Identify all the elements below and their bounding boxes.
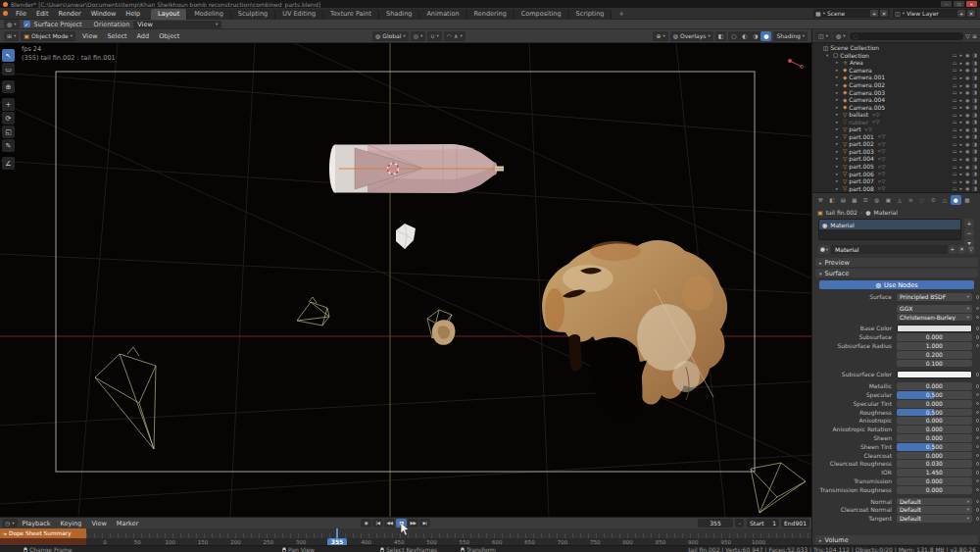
view-layer-selector[interactable]: ◫▾ View Layer + ✕ [893,9,977,18]
restrict-viewport-icon[interactable]: ▭ [953,104,957,110]
close-icon[interactable]: ✕ [966,1,977,7]
disclosure-icon[interactable]: ▸ [836,156,841,161]
render-visibility-icon[interactable]: ◨ [972,60,977,66]
number-field[interactable]: 0.000 [897,417,972,425]
wireframe-shading-icon[interactable]: ○ [728,31,739,41]
keyframe-dot[interactable] [976,462,980,466]
disclosure-icon[interactable]: ▸ [836,149,841,154]
disclosure-icon[interactable]: ▸ [836,75,841,79]
keyframe-dot[interactable] [976,335,980,339]
hide-eye-icon[interactable]: ◉ [965,126,969,132]
breadcrumb-material[interactable]: Material [874,209,898,216]
menu-file[interactable]: File [11,10,31,18]
hide-eye-icon[interactable]: ◉ [965,67,969,73]
snap-toggle[interactable]: ∪▾ [427,31,442,41]
selectable-icon[interactable]: ▸ [959,185,962,191]
tool-annotate-button[interactable]: ✎ [2,139,15,152]
disclosure-icon[interactable]: ▸ [836,60,841,65]
tool-rotate-button[interactable]: ⟳ [2,112,15,125]
hide-eye-icon[interactable]: ◉ [965,133,969,139]
menu-help[interactable]: Help [121,10,145,18]
outliner-row-camera-003[interactable]: ▸◆Camera.003▭▸◉◨ [812,88,980,96]
outliner-display-mode-icon[interactable]: ◍▾ [833,31,849,40]
number-field[interactable]: 0.000 [897,452,972,460]
outliner-row-part[interactable]: ▸▽part▿▽▭▸◉◨ [812,125,980,133]
vector-field[interactable]: 0.200 [897,351,972,359]
remove-slot-button[interactable]: − [964,228,974,237]
record-button[interactable]: ◉ [361,519,371,527]
active-tool-icon[interactable]: ◍▾ [4,20,20,29]
render-visibility-icon[interactable]: ◨ [972,119,977,125]
hide-eye-icon[interactable]: ◉ [965,75,969,80]
outliner-row-area[interactable]: ▸☼Area▭▸◉◨ [812,59,980,67]
color-swatch[interactable] [897,371,972,378]
disclosure-icon[interactable]: ▸ [836,186,841,191]
workspace-tab-modeling[interactable]: Modeling [187,9,231,20]
dropdown-field[interactable]: Default▾ [897,515,972,523]
keyframe-dot[interactable] [976,479,980,483]
editor-type-icon[interactable]: ⊞▾ [4,31,19,41]
render-visibility-icon[interactable]: ◨ [972,171,977,176]
disclosure-icon[interactable]: ▸ [836,134,841,139]
workspace-tab-texture-paint[interactable]: Texture Paint [323,9,379,20]
disclosure-icon[interactable]: ▾ [826,53,831,58]
outliner-row-camera-001[interactable]: ▸◆Camera.001▭▸◉◨ [812,74,980,81]
workspace-tab-compositing[interactable]: Compositing [514,9,569,20]
tool-tweak-button[interactable]: ↖ [2,49,15,62]
hide-eye-icon[interactable]: ◉ [965,60,969,66]
outliner-row-part-007[interactable]: ▸▽part.007▿▽▭▸◉◨ [812,177,980,185]
timeline-menu-playback[interactable]: Playback [18,520,56,527]
keyframe-dot[interactable] [976,427,980,431]
end-frame-field[interactable]: End 901 [781,519,809,527]
outliner-row-part-004[interactable]: ▸▽part.004▿▽▭▸◉◨ [812,155,980,163]
workspace-tab-animation[interactable]: Animation [419,9,466,20]
blender-logo-icon[interactable] [3,11,8,16]
outliner-row-part-003[interactable]: ▸▽part.003▿▽▭▸◉◨ [812,148,980,156]
keyframe-dot[interactable] [976,411,980,415]
hide-eye-icon[interactable]: ◉ [965,164,969,170]
render-visibility-icon[interactable]: ◨ [972,126,977,132]
disclosure-icon[interactable]: ▸ [836,68,841,73]
restrict-viewport-icon[interactable]: ▭ [953,89,957,95]
selectable-icon[interactable]: ▸ [959,148,962,154]
menu-window[interactable]: Window [86,10,122,18]
number-field[interactable]: 0.000 [897,382,972,390]
camera-wireframe-4[interactable] [751,463,806,513]
restrict-viewport-icon[interactable]: ▭ [953,75,957,80]
workspace-tab-scripting[interactable]: Scripting [569,9,612,20]
panel-surface[interactable]: ▾Surface [815,269,978,277]
camera-wireframe-2[interactable] [95,347,156,449]
properties-tab-physics[interactable]: ◌ [917,195,928,205]
keyframe-dot[interactable] [976,326,980,330]
nav-gizmo[interactable] [788,59,804,69]
start-frame-field[interactable]: Start 1 [747,519,779,527]
restrict-viewport-icon[interactable]: ▭ [953,148,957,154]
outliner-row-part-001[interactable]: ▸▽part.001▿▽▭▸◉◨ [812,133,980,141]
disclosure-icon[interactable]: ▸ [836,126,841,131]
outliner-row-rubber[interactable]: ▸▽rubber▿▽▭▸◉◨ [812,118,980,125]
viewport-menu-view[interactable]: View [77,32,102,40]
filter-icon[interactable]: ▽ [965,32,970,39]
restrict-viewport-icon[interactable]: ▭ [953,119,957,125]
hide-eye-icon[interactable]: ◉ [965,89,969,95]
dropdown-field[interactable]: Default▾ [897,506,972,514]
outliner-editor-type-icon[interactable]: ◫▾ [815,31,831,40]
outliner-row-camera[interactable]: ▸◆Camera▭▸◉◨ [812,67,980,75]
selectable-icon[interactable]: ▸ [959,75,962,80]
selectable-icon[interactable]: ▸ [959,104,962,110]
gizmo-dropdown[interactable]: ⊕▾ [653,31,667,41]
workspace-tab-shading[interactable]: Shading [379,9,419,20]
keyframe-dot[interactable] [976,295,980,299]
number-field[interactable]: 0.000 [897,426,972,433]
render-visibility-icon[interactable]: ◨ [972,82,977,88]
hide-eye-icon[interactable]: ◉ [965,82,969,88]
outliner-row-part-005[interactable]: ▸▽part.005▿▽▭▸◉◨ [812,163,980,171]
remove-view-layer-button[interactable]: ✕ [967,10,975,17]
outliner-row-ballast[interactable]: ▸▽ballast▿▽▭▸◉◨ [812,111,980,119]
workspace-tab-rendering[interactable]: Rendering [467,9,514,20]
hide-eye-icon[interactable]: ◉ [965,97,969,103]
workspace-tab-layout[interactable]: Layout [151,9,187,20]
paper-fragment-model[interactable] [396,224,416,249]
material-slot-list[interactable]: ● Material [818,219,961,240]
disclosure-icon[interactable]: ▸ [836,141,841,146]
